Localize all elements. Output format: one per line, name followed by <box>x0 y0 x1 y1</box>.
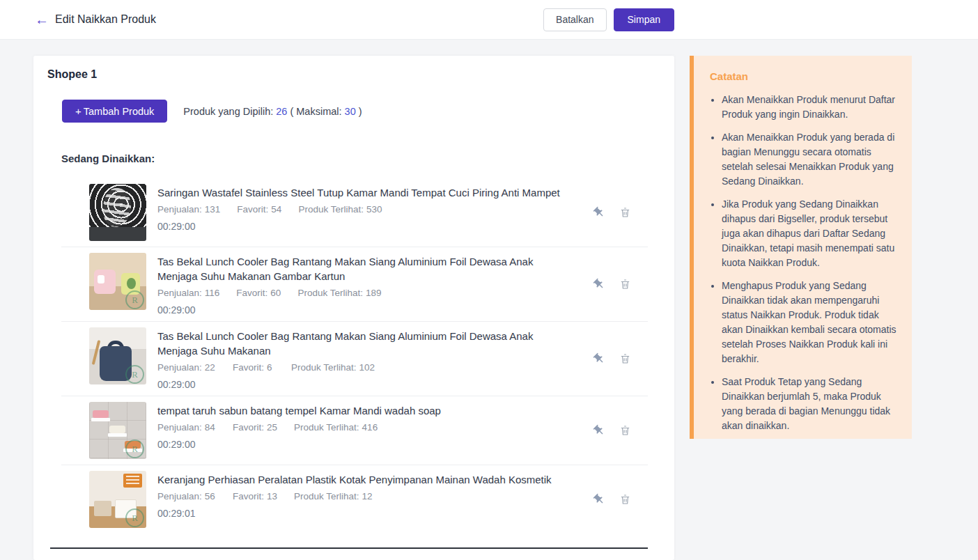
list-item: Akan Menaikkan Produk yang berada di bag… <box>722 130 896 189</box>
product-stats: Penjualan:56 Favorit:13 Produk Terlihat:… <box>157 491 575 501</box>
sales-stat: Penjualan:84 <box>157 422 216 433</box>
soap-art <box>108 433 127 437</box>
selected-count: 26 <box>276 106 287 117</box>
add-product-label: Tambah Produk <box>84 106 155 117</box>
max-suffix: ) <box>359 106 362 117</box>
row-actions <box>593 206 648 219</box>
trash-icon[interactable] <box>619 424 631 437</box>
watermark: R <box>125 508 144 527</box>
top-bar: ← Edit Naikkan Produk Batalkan Simpan <box>0 0 978 40</box>
product-title: Tas Bekal Lunch Cooler Bag Rantang Makan… <box>157 329 575 358</box>
table-row: R Tas Bekal Lunch Cooler Bag Rantang Mak… <box>61 247 648 322</box>
favorite-stat: Favorit:6 <box>233 362 274 373</box>
row-actions <box>593 278 648 291</box>
sales-stat: Penjualan:116 <box>157 288 219 298</box>
sales-stat: Penjualan:56 <box>157 491 216 501</box>
product-image: R <box>89 253 146 310</box>
save-button[interactable]: Simpan <box>614 8 674 31</box>
main-content: Shopee 1 + Tambah Produk Produk yang Dip… <box>0 40 978 560</box>
product-stats: Penjualan:116 Favorit:60 Produk Terlihat… <box>157 288 575 298</box>
sales-stat: Penjualan:22 <box>157 362 216 373</box>
section-divider <box>50 547 648 549</box>
views-stat: Produk Terlihat:12 <box>294 491 373 501</box>
product-info: Tas Bekal Lunch Cooler Bag Rantang Makan… <box>157 253 575 316</box>
favorite-stat: Favorit:54 <box>237 204 281 215</box>
shop-name: Shopee 1 <box>47 68 674 81</box>
product-list: Saringan Wastafel Stainless Steel Tutup … <box>61 178 648 534</box>
boost-timer: 00:29:01 <box>157 508 575 519</box>
table-row: R Tas Bekal Lunch Cooler Bag Rantang Mak… <box>61 322 648 396</box>
trash-icon[interactable] <box>619 352 631 366</box>
product-stats: Penjualan:131 Favorit:54 Produk Terlihat… <box>157 204 575 215</box>
boost-timer: 00:29:00 <box>157 439 575 450</box>
product-title: Keranjang Perhiasan Peralatan Plastik Ko… <box>157 472 575 487</box>
product-title: Saringan Wastafel Stainless Steel Tutup … <box>157 185 575 200</box>
views-stat: Produk Terlihat:416 <box>294 422 378 433</box>
product-image: R <box>89 402 146 459</box>
views-stat: Produk Terlihat:530 <box>298 204 382 215</box>
favorite-stat: Favorit:60 <box>236 288 281 298</box>
plus-icon: + <box>75 105 82 117</box>
pin-icon[interactable] <box>593 424 605 437</box>
strainer-art <box>100 186 133 228</box>
section-label-boosting: Sedang Dinaikkan: <box>61 153 674 164</box>
soap-art <box>109 426 125 433</box>
soap-art <box>91 418 110 421</box>
table-row: R Keranjang Perhiasan Peralatan Plastik … <box>61 465 648 534</box>
boost-timer: 00:29:00 <box>157 304 575 316</box>
page-title: Edit Naikkan Produk <box>55 13 156 26</box>
product-info: Tas Bekal Lunch Cooler Bag Rantang Makan… <box>157 327 575 390</box>
trash-icon[interactable] <box>619 493 631 506</box>
watermark: R <box>125 290 144 309</box>
boost-timer: 00:29:00 <box>157 221 575 232</box>
pin-icon[interactable] <box>593 278 605 291</box>
product-title: Tas Bekal Lunch Cooler Bag Rantang Makan… <box>157 254 575 283</box>
box-art <box>94 501 111 516</box>
boost-timer: 00:29:00 <box>157 379 575 390</box>
trash-icon[interactable] <box>619 206 631 219</box>
box-art <box>123 474 142 488</box>
row-actions <box>593 493 648 506</box>
selected-prefix: Produk yang Dipilih: <box>183 106 273 117</box>
back-arrow-icon[interactable]: ← <box>35 13 49 26</box>
selected-count-line: Produk yang Dipilih: 26 ( Maksimal: 30 ) <box>183 106 362 117</box>
max-prefix: ( Maksimal: <box>290 106 341 117</box>
views-stat: Produk Terlihat:189 <box>297 288 381 298</box>
pin-icon[interactable] <box>593 206 605 219</box>
add-product-button[interactable]: + Tambah Produk <box>62 100 167 123</box>
bag-art <box>94 270 116 294</box>
topbar-actions: Batalkan Simpan <box>543 8 674 31</box>
product-title: tempat taruh sabun batang tempel Kamar M… <box>157 403 575 418</box>
watermark: R <box>125 440 144 458</box>
boost-panel-card: Shopee 1 + Tambah Produk Produk yang Dip… <box>33 56 674 560</box>
max-count: 30 <box>345 106 356 117</box>
product-image: R <box>89 471 146 528</box>
list-item: Menghapus Produk yang Sedang Dinaikkan t… <box>722 279 896 366</box>
list-item: Saat Produk Tetap yang Sedang Dinaikkan … <box>722 375 896 433</box>
product-info: Saringan Wastafel Stainless Steel Tutup … <box>157 184 575 232</box>
product-image <box>89 184 146 241</box>
cancel-button[interactable]: Batalkan <box>543 8 606 31</box>
notes-title: Catatan <box>710 70 896 82</box>
pin-icon[interactable] <box>593 352 605 366</box>
list-item: Akan Menaikkan Produk menurut Daftar Pro… <box>722 93 896 122</box>
product-info: tempat taruh sabun batang tempel Kamar M… <box>157 402 575 450</box>
notes-list: Akan Menaikkan Produk menurut Daftar Pro… <box>710 93 896 433</box>
favorite-stat: Favorit:13 <box>233 491 277 501</box>
table-row: Saringan Wastafel Stainless Steel Tutup … <box>61 178 648 247</box>
watermark: R <box>125 365 144 384</box>
row-actions <box>593 424 648 437</box>
row-actions <box>593 352 648 366</box>
product-stats: Penjualan:22 Favorit:6 Produk Terlihat:1… <box>157 362 575 373</box>
trash-icon[interactable] <box>619 278 631 291</box>
pin-icon[interactable] <box>593 493 605 506</box>
toolbar: + Tambah Produk Produk yang Dipilih: 26 … <box>62 100 674 123</box>
sales-stat: Penjualan:131 <box>157 204 220 215</box>
notes-panel: Catatan Akan Menaikkan Produk menurut Da… <box>690 56 912 439</box>
product-info: Keranjang Perhiasan Peralatan Plastik Ko… <box>157 471 575 519</box>
list-item: Jika Produk yang Sedang Dinaikkan dihapu… <box>722 197 896 270</box>
soap-art <box>93 410 109 418</box>
product-image: R <box>89 327 146 384</box>
favorite-stat: Favorit:25 <box>233 422 277 433</box>
table-row: R tempat taruh sabun batang tempel Kamar… <box>61 396 648 465</box>
